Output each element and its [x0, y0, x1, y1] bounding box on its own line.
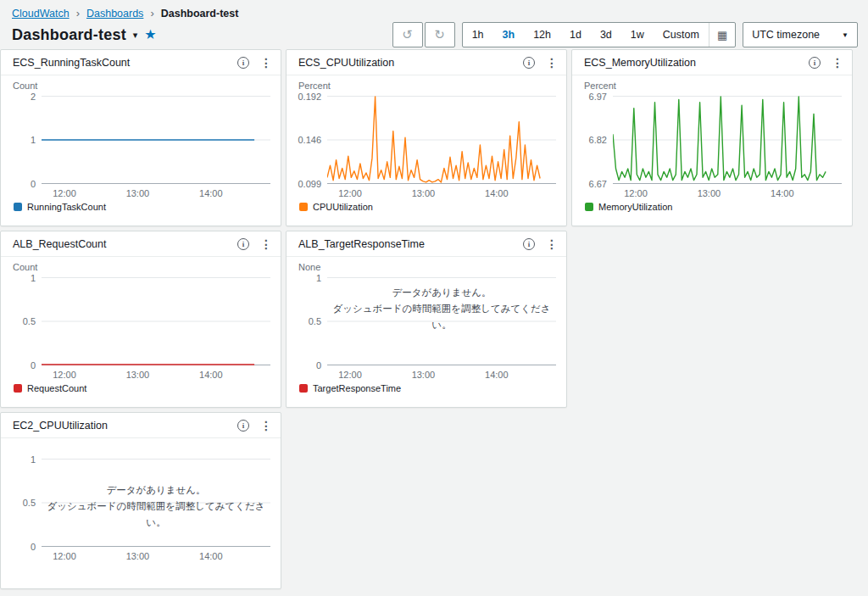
y-axis-unit-label: None: [298, 262, 556, 275]
timezone-dropdown[interactable]: UTC timezone ▼: [743, 22, 858, 47]
widget-info-button[interactable]: i: [236, 418, 251, 433]
x-axis-ticks: 12:00 13:00 14:00: [327, 365, 556, 380]
time-range-1d[interactable]: 1d: [560, 23, 591, 47]
breadcrumb-cloudwatch[interactable]: CloudWatch: [12, 8, 70, 19]
y-axis-ticks: 0.192 0.146 0.099: [298, 96, 327, 184]
redo-button[interactable]: ↻: [425, 22, 455, 47]
dashboard-toolbar: ↺ ↻ 1h 3h 12h 1d 3d 1w Custom ▦ UTC time…: [392, 22, 858, 47]
calendar-icon[interactable]: ▦: [709, 23, 735, 47]
widget-info-button[interactable]: i: [521, 237, 537, 252]
line-chart: [327, 96, 556, 184]
breadcrumb-separator-icon: ›: [150, 7, 153, 19]
legend-swatch: [299, 203, 308, 211]
widget-menu-button[interactable]: ⋮: [259, 417, 274, 434]
info-icon: i: [237, 238, 249, 250]
widget-title: ECS_MemoryUtilization: [584, 57, 696, 69]
undo-icon: ↺: [402, 27, 413, 42]
x-axis-ticks: 12:00 13:00 14:00: [42, 365, 270, 380]
legend-swatch: [299, 384, 308, 393]
widget-info-button[interactable]: i: [236, 237, 251, 252]
y-axis-unit-label: Percent: [298, 81, 556, 93]
chart-plot-area[interactable]: [42, 277, 270, 365]
info-icon: i: [523, 238, 535, 250]
breadcrumb-current-page: Dashboard-test: [161, 8, 239, 19]
time-range-3h[interactable]: 3h: [493, 23, 525, 47]
kebab-menu-icon: ⋮: [546, 237, 558, 251]
time-range-12h[interactable]: 12h: [524, 23, 560, 47]
dashboard-title-dropdown[interactable]: ▾: [131, 28, 140, 42]
page-title: Dashboard-test: [12, 26, 126, 44]
y-axis-unit-label: [13, 443, 270, 456]
time-range-1w[interactable]: 1w: [621, 23, 654, 47]
widget-title: ALB_RequestCount: [13, 238, 107, 250]
widget-alb-requestcount: ALB_RequestCount i ⋮ Count 1 0.5 0: [0, 231, 281, 408]
y-axis-ticks: 1 0.5 0: [298, 277, 327, 365]
no-data-message: データがありません。 ダッシュボードの時間範囲を調整してみてください。: [42, 482, 270, 531]
kebab-menu-icon: ⋮: [546, 56, 558, 70]
chevron-down-icon: ▾: [133, 30, 138, 40]
legend-item[interactable]: RunningTaskCount: [13, 202, 270, 212]
no-data-message: データがありません。 ダッシュボードの時間範囲を調整してみてください。: [327, 285, 556, 333]
y-axis-ticks: 2 1 0: [13, 96, 42, 184]
dashboard-header: Dashboard-test ▾ ★ ↺ ↻ 1h 3h 12h 1d 3d 1…: [0, 20, 868, 49]
legend-swatch: [14, 203, 22, 211]
widget-menu-button[interactable]: ⋮: [830, 54, 845, 71]
widget-ec2-cpuutilization: EC2_CPUUtilization i ⋮ 1 0.5 0 データがありま: [0, 412, 281, 589]
x-axis-ticks: 12:00 13:00 14:00: [42, 547, 270, 561]
timezone-label: UTC timezone: [752, 29, 820, 41]
kebab-menu-icon: ⋮: [260, 56, 272, 70]
chart-plot-area[interactable]: [613, 96, 842, 184]
star-icon: ★: [144, 27, 156, 42]
widget-menu-button[interactable]: ⋮: [544, 236, 559, 253]
widget-info-button[interactable]: i: [236, 55, 251, 70]
y-axis-unit-label: Count: [13, 81, 270, 93]
undo-button[interactable]: ↺: [392, 22, 423, 47]
legend-item[interactable]: MemoryUtilization: [584, 202, 842, 212]
chart-plot-area[interactable]: データがありません。 ダッシュボードの時間範囲を調整してみてください。: [42, 459, 270, 547]
chart-plot-area[interactable]: [327, 96, 556, 184]
line-chart: [613, 96, 842, 184]
time-range-3d[interactable]: 3d: [591, 23, 621, 47]
time-range-custom[interactable]: Custom: [654, 23, 709, 47]
x-axis-ticks: 12:00 13:00 14:00: [327, 184, 556, 198]
widget-title: ECS_RunningTaskCount: [13, 57, 130, 69]
legend-item[interactable]: RequestCount: [13, 383, 270, 393]
chart-plot-area[interactable]: データがありません。 ダッシュボードの時間範囲を調整してみてください。: [327, 277, 556, 365]
widget-alb-targetresponsetime: ALB_TargetResponseTime i ⋮ None 1 0.5 0: [286, 231, 567, 408]
chart-plot-area[interactable]: [42, 96, 270, 184]
y-axis-unit-label: Count: [13, 262, 270, 275]
legend-item[interactable]: TargetResponseTime: [298, 383, 556, 393]
widget-title: ECS_CPUUtilization: [298, 57, 394, 69]
line-chart: [42, 277, 270, 365]
widget-info-button[interactable]: i: [521, 55, 537, 70]
widget-title: EC2_CPUUtilization: [13, 420, 108, 432]
chevron-down-icon: ▼: [842, 31, 849, 39]
info-icon: i: [523, 57, 535, 69]
widget-menu-button[interactable]: ⋮: [259, 54, 274, 71]
breadcrumb-separator-icon: ›: [76, 7, 80, 19]
widget-ecs-memoryutilization: ECS_MemoryUtilization i ⋮ Percent 6.97 6…: [571, 49, 853, 226]
widget-menu-button[interactable]: ⋮: [259, 236, 274, 253]
info-icon: i: [237, 420, 249, 432]
kebab-menu-icon: ⋮: [260, 419, 272, 432]
x-axis-ticks: 12:00 13:00 14:00: [42, 184, 270, 198]
redo-icon: ↻: [434, 27, 445, 42]
legend-item[interactable]: CPUUtilization: [298, 202, 556, 212]
info-icon: i: [237, 57, 249, 69]
time-range-1h[interactable]: 1h: [463, 23, 493, 47]
kebab-menu-icon: ⋮: [832, 56, 843, 70]
legend-swatch: [585, 203, 593, 211]
x-axis-ticks: 12:00 13:00 14:00: [613, 184, 842, 198]
favorite-star-button[interactable]: ★: [144, 28, 156, 42]
y-axis-ticks: 1 0.5 0: [13, 459, 42, 547]
widget-title: ALB_TargetResponseTime: [298, 238, 425, 250]
breadcrumb-dashboards[interactable]: Dashboards: [86, 8, 143, 19]
legend-swatch: [14, 384, 22, 393]
widget-info-button[interactable]: i: [807, 55, 822, 70]
y-axis-ticks: 1 0.5 0: [13, 277, 42, 365]
widget-menu-button[interactable]: ⋮: [544, 54, 559, 71]
info-icon: i: [809, 57, 821, 69]
breadcrumb: CloudWatch › Dashboards › Dashboard-test: [0, 0, 868, 20]
widget-ecs-cpuutilization: ECS_CPUUtilization i ⋮ Percent 0.192 0.1…: [286, 49, 567, 226]
widget-ecs-runningtaskcount: ECS_RunningTaskCount i ⋮ Count 2 1 0: [0, 49, 281, 226]
